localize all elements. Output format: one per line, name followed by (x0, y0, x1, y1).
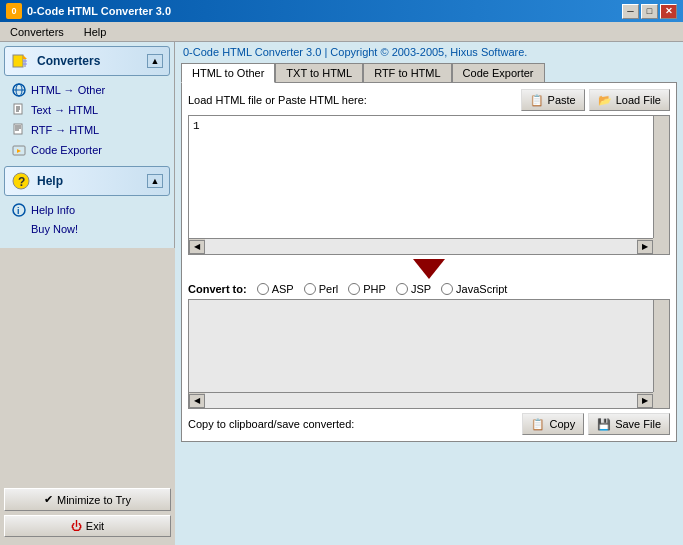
paste-label: Paste (548, 94, 576, 106)
input-scrollbar-v[interactable] (653, 116, 669, 238)
radio-php-input[interactable] (348, 283, 360, 295)
save-file-btn[interactable]: 💾 Save File (588, 413, 670, 435)
radio-jsp[interactable]: JSP (396, 283, 431, 295)
app-icon: 0 (6, 3, 22, 19)
text-html-icon (12, 103, 26, 117)
svg-text:?: ? (18, 175, 25, 189)
sidebar-item-text-html[interactable]: Text → HTML (4, 100, 170, 120)
help-title: Help (37, 174, 63, 188)
radio-asp[interactable]: ASP (257, 283, 294, 295)
scrollbar-corner (653, 238, 669, 254)
sidebar-wrapper: Converters ▲ HTML → Other (0, 42, 175, 545)
maximize-window-btn[interactable]: □ (641, 4, 658, 19)
save-file-label: Save File (615, 418, 661, 430)
output-area: ◀ ▶ (188, 299, 670, 409)
input-panel-label: Load HTML file or Paste HTML here: (188, 94, 367, 106)
sidebar-item-help-info-label: Help Info (31, 204, 75, 216)
radio-perl-input[interactable] (304, 283, 316, 295)
exit-icon: ⏻ (71, 520, 82, 532)
convert-to-label: Convert to: (188, 283, 247, 295)
copy-label: Copy (549, 418, 575, 430)
converters-header[interactable]: Converters ▲ (4, 46, 170, 76)
converters-collapse-btn[interactable]: ▲ (147, 54, 163, 68)
copy-save-buttons: 📋 Copy 💾 Save File (522, 413, 670, 435)
tab-html-to-other[interactable]: HTML to Other (181, 63, 275, 83)
minimize-to-tray-btn[interactable]: ✔ Minimize to Try (4, 488, 171, 511)
tab-txt-to-html[interactable]: TXT to HTML (275, 63, 363, 83)
radio-php[interactable]: PHP (348, 283, 386, 295)
output-scroll-left-arrow[interactable]: ◀ (189, 394, 205, 408)
scroll-track-h (205, 239, 637, 254)
app-title: 0-Code HTML Converter 3.0 | Copyright © … (181, 46, 677, 58)
input-panel-buttons: 📋 Paste 📂 Load File (521, 89, 670, 111)
tab-code-exporter[interactable]: Code Exporter (452, 63, 545, 83)
input-textarea[interactable]: 1 (189, 116, 653, 238)
sidebar-item-code-exporter[interactable]: Code Exporter (4, 140, 170, 160)
html-other-icon (12, 83, 26, 97)
menu-converters[interactable]: Converters (4, 24, 70, 40)
input-textarea-container: 1 ◀ ▶ (188, 115, 670, 255)
sidebar-item-code-exporter-label: Code Exporter (31, 144, 102, 156)
converters-icon (11, 51, 31, 71)
sidebar-item-buy-now[interactable]: Buy Now! (4, 220, 170, 238)
paste-btn[interactable]: 📋 Paste (521, 89, 585, 111)
help-collapse-btn[interactable]: ▲ (147, 174, 163, 188)
radio-php-label: PHP (363, 283, 386, 295)
load-file-btn[interactable]: 📂 Load File (589, 89, 670, 111)
code-exporter-icon (12, 143, 26, 157)
sidebar-bottom: ✔ Minimize to Try ⏻ Exit (4, 488, 171, 537)
convert-arrow (188, 259, 670, 279)
minimize-window-btn[interactable]: ─ (622, 4, 639, 19)
copy-save-label: Copy to clipboard/save converted: (188, 418, 354, 430)
radio-jsp-label: JSP (411, 283, 431, 295)
scroll-right-arrow[interactable]: ▶ (637, 240, 653, 254)
copy-save-row: Copy to clipboard/save converted: 📋 Copy… (188, 413, 670, 435)
converters-section: Converters ▲ HTML → Other (4, 46, 170, 160)
exit-btn[interactable]: ⏻ Exit (4, 515, 171, 537)
paste-icon: 📋 (530, 94, 544, 107)
input-scrollbar-h[interactable]: ◀ ▶ (189, 238, 653, 254)
window-title: 0-Code HTML Converter 3.0 (27, 5, 171, 17)
menu-help[interactable]: Help (78, 24, 113, 40)
main-layout: Converters ▲ HTML → Other (0, 42, 683, 545)
output-scrollbar-v[interactable] (653, 300, 669, 392)
radio-javascript[interactable]: JavaScript (441, 283, 507, 295)
output-scrollbar-h[interactable]: ◀ ▶ (189, 392, 653, 408)
radio-perl-label: Perl (319, 283, 339, 295)
svg-rect-0 (13, 55, 23, 67)
output-scroll-track (205, 393, 637, 408)
help-header[interactable]: ? Help ▲ (4, 166, 170, 196)
scroll-left-arrow[interactable]: ◀ (189, 240, 205, 254)
sidebar-item-help-info[interactable]: i Help Info (4, 200, 170, 220)
radio-javascript-input[interactable] (441, 283, 453, 295)
sidebar-item-rtf-html[interactable]: RTF → HTML (4, 120, 170, 140)
input-panel-header: Load HTML file or Paste HTML here: 📋 Pas… (188, 89, 670, 111)
output-scrollbar-corner (653, 392, 669, 408)
down-arrow-icon (413, 259, 445, 279)
tab-bar: HTML to Other TXT to HTML RTF to HTML Co… (181, 62, 677, 82)
tab-rtf-to-html[interactable]: RTF to HTML (363, 63, 451, 83)
help-info-icon: i (12, 203, 26, 217)
sidebar-item-html-other[interactable]: HTML → Other (4, 80, 170, 100)
copy-icon: 📋 (531, 418, 545, 431)
radio-jsp-input[interactable] (396, 283, 408, 295)
radio-asp-input[interactable] (257, 283, 269, 295)
minimize-tray-label: Minimize to Try (57, 494, 131, 506)
menu-bar: Converters Help (0, 22, 683, 42)
svg-marker-17 (17, 149, 21, 153)
content-area: 0-Code HTML Converter 3.0 | Copyright © … (175, 42, 683, 545)
svg-marker-1 (23, 55, 27, 59)
load-file-label: Load File (616, 94, 661, 106)
copy-btn[interactable]: 📋 Copy (522, 413, 584, 435)
output-scroll-right-arrow[interactable]: ▶ (637, 394, 653, 408)
sidebar-item-text-html-label: Text → HTML (31, 104, 98, 116)
sidebar-item-buy-now-label: Buy Now! (12, 223, 78, 235)
rtf-html-icon (12, 123, 26, 137)
load-file-icon: 📂 (598, 94, 612, 107)
close-window-btn[interactable]: ✕ (660, 4, 677, 19)
title-controls[interactable]: ─ □ ✕ (622, 4, 677, 19)
convert-to-row: Convert to: ASP Perl PHP (188, 283, 670, 295)
radio-asp-label: ASP (272, 283, 294, 295)
radio-group: ASP Perl PHP JSP (257, 283, 508, 295)
radio-perl[interactable]: Perl (304, 283, 339, 295)
